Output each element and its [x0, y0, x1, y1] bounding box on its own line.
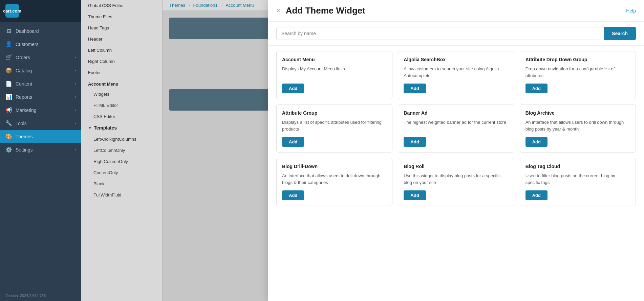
widget-grid: Account Menu Displays My Account Menu li… — [276, 51, 636, 206]
main-content: Global CSS EditorTheme FilesHead TagsHea… — [81, 0, 644, 301]
widget-card-desc-blog-archive: An interface that allows users to drill … — [525, 119, 630, 132]
widget-card-footer-blog-tag-cloud: Add — [525, 190, 630, 200]
modal-overlay[interactable]: × Add Theme Widget Help Search Account M… — [81, 0, 644, 301]
nav-arrow-marketing: › — [75, 108, 76, 112]
nav-arrow-settings: › — [75, 148, 76, 152]
widget-add-button-blog-roll[interactable]: Add — [404, 190, 426, 200]
add-widget-modal: × Add Theme Widget Help Search Account M… — [268, 0, 644, 301]
sidebar-label-orders: Orders — [16, 55, 30, 60]
widget-card-blog-roll: Blog Roll Use this widget to display blo… — [398, 158, 514, 206]
widget-card-title-account-menu: Account Menu — [282, 57, 387, 62]
sidebar-label-tools: Tools — [16, 121, 27, 126]
widget-add-button-algolia-searchbox[interactable]: Add — [404, 84, 426, 93]
widget-card-desc-blog-drill-down: An interface that allows users to drill … — [282, 172, 387, 186]
widget-card-title-attribute-group: Attribute Group — [282, 110, 387, 116]
sidebar-label-settings: Settings — [16, 147, 33, 153]
widget-card-attribute-drop-down-group: Attribute Drop Down Group Drop down navi… — [520, 51, 636, 99]
widget-card-algolia-searchbox: Algolia SearchBox Allow customers to sea… — [398, 51, 514, 99]
widget-card-footer-algolia-searchbox: Add — [404, 84, 508, 93]
sidebar-item-catalog[interactable]: 📦 Catalog › — [0, 64, 81, 77]
widget-card-desc-blog-roll: Use this widget to display blog posts fo… — [404, 172, 508, 186]
sidebar-item-settings[interactable]: ⚙️ Settings › — [0, 143, 81, 156]
nav-icon-themes: 🎨 — [5, 133, 12, 140]
sidebar-item-content[interactable]: 📄 Content › — [0, 77, 81, 90]
nav-icon-dashboard: ⊞ — [5, 28, 12, 34]
sidebar-item-customers[interactable]: 👤 Customers — [0, 38, 81, 51]
widget-card-desc-account-menu: Displays My Account Menu links. — [282, 66, 387, 79]
sidebar-label-catalog: Catalog — [16, 68, 32, 73]
widget-add-button-blog-archive[interactable]: Add — [525, 137, 548, 147]
sidebar-item-dashboard[interactable]: ⊞ Dashboard — [0, 24, 81, 38]
widget-card-footer-blog-archive: Add — [525, 137, 630, 147]
widget-card-footer-attribute-drop-down-group: Add — [525, 84, 630, 93]
nav-arrow-tools: › — [75, 121, 76, 125]
widget-card-title-algolia-searchbox: Algolia SearchBox — [404, 57, 508, 62]
modal-title: Add Theme Widget — [286, 5, 626, 16]
modal-help-link[interactable]: Help — [626, 8, 636, 14]
widget-card-title-blog-tag-cloud: Blog Tag Cloud — [525, 164, 630, 169]
widget-card-desc-attribute-group: Displays a list of specific attributes u… — [282, 119, 387, 132]
widget-card-title-attribute-drop-down-group: Attribute Drop Down Group — [525, 57, 630, 62]
nav-icon-catalog: 📦 — [5, 67, 12, 74]
widget-card-footer-attribute-group: Add — [282, 137, 387, 147]
modal-body: Account Menu Displays My Account Menu li… — [268, 46, 644, 301]
sidebar-label-marketing: Marketing — [16, 108, 36, 113]
widget-card-desc-blog-tag-cloud: Used to filter blog posts on the current… — [525, 172, 630, 186]
widget-add-button-attribute-drop-down-group[interactable]: Add — [525, 84, 548, 93]
widget-add-button-attribute-group[interactable]: Add — [282, 137, 304, 147]
nav-arrow-catalog: › — [75, 69, 76, 72]
nav-icon-tools: 🔧 — [5, 120, 12, 126]
sidebar: cart.com ⊞ Dashboard 👤 Customers 🛒 Order… — [0, 0, 81, 301]
widget-card-attribute-group: Attribute Group Displays a list of speci… — [276, 105, 392, 153]
nav-arrow-content: › — [75, 82, 76, 86]
sidebar-nav: ⊞ Dashboard 👤 Customers 🛒 Orders ›📦 Cata… — [0, 22, 81, 290]
nav-icon-marketing: 📢 — [5, 107, 12, 113]
nav-icon-content: 📄 — [5, 80, 12, 87]
nav-icon-reports: 📊 — [5, 94, 12, 100]
widget-card-title-banner-ad: Banner Ad — [404, 110, 508, 116]
widget-card-blog-tag-cloud: Blog Tag Cloud Used to filter blog posts… — [520, 158, 636, 206]
sidebar-version: Version: 2024.2.612.765 — [0, 290, 81, 301]
widget-add-button-blog-drill-down[interactable]: Add — [282, 190, 304, 200]
logo-box: cart.com — [5, 4, 19, 18]
sidebar-label-reports: Reports — [16, 94, 32, 100]
widget-card-footer-account-menu: Add — [282, 84, 387, 93]
sidebar-label-dashboard: Dashboard — [16, 28, 39, 34]
widget-add-button-banner-ad[interactable]: Add — [404, 137, 426, 147]
sidebar-item-tools[interactable]: 🔧 Tools › — [0, 117, 81, 130]
sidebar-item-reports[interactable]: 📊 Reports › — [0, 90, 81, 103]
nav-arrow-orders: › — [75, 55, 76, 59]
widget-card-account-menu: Account Menu Displays My Account Menu li… — [276, 51, 392, 99]
widget-card-desc-algolia-searchbox: Allow customers to search your site usin… — [404, 66, 508, 79]
widget-card-blog-drill-down: Blog Drill-Down An interface that allows… — [276, 158, 392, 206]
widget-card-footer-blog-drill-down: Add — [282, 190, 387, 200]
sidebar-label-content: Content — [16, 81, 32, 87]
widget-card-desc-banner-ad: The highest weighted banner ad for the c… — [404, 119, 508, 132]
search-button[interactable]: Search — [604, 27, 636, 40]
nav-icon-settings: ⚙️ — [5, 146, 12, 153]
sidebar-label-themes: Themes — [16, 134, 33, 139]
nav-arrow-reports: › — [75, 95, 76, 99]
widget-card-banner-ad: Banner Ad The highest weighted banner ad… — [398, 105, 514, 153]
sidebar-item-orders[interactable]: 🛒 Orders › — [0, 51, 81, 64]
modal-search-bar: Search — [268, 22, 644, 46]
search-input[interactable] — [276, 27, 601, 40]
nav-icon-orders: 🛒 — [5, 54, 12, 61]
nav-icon-customers: 👤 — [5, 41, 12, 47]
sidebar-label-customers: Customers — [16, 42, 39, 47]
widget-card-title-blog-archive: Blog Archive — [525, 110, 630, 116]
modal-close-button[interactable]: × — [276, 7, 280, 15]
modal-header: × Add Theme Widget Help — [268, 0, 644, 22]
widget-card-title-blog-drill-down: Blog Drill-Down — [282, 164, 387, 169]
widget-card-footer-banner-ad: Add — [404, 137, 508, 147]
widget-card-footer-blog-roll: Add — [404, 190, 508, 200]
widget-card-desc-attribute-drop-down-group: Drop down navigation for a configurable … — [525, 66, 630, 79]
widget-add-button-blog-tag-cloud[interactable]: Add — [525, 190, 548, 200]
widget-card-blog-archive: Blog Archive An interface that allows us… — [520, 105, 636, 153]
sidebar-item-themes[interactable]: 🎨 Themes — [0, 130, 81, 143]
sidebar-logo: cart.com — [0, 0, 81, 22]
widget-add-button-account-menu[interactable]: Add — [282, 84, 304, 93]
widget-card-title-blog-roll: Blog Roll — [404, 164, 508, 169]
sidebar-item-marketing[interactable]: 📢 Marketing › — [0, 103, 81, 117]
